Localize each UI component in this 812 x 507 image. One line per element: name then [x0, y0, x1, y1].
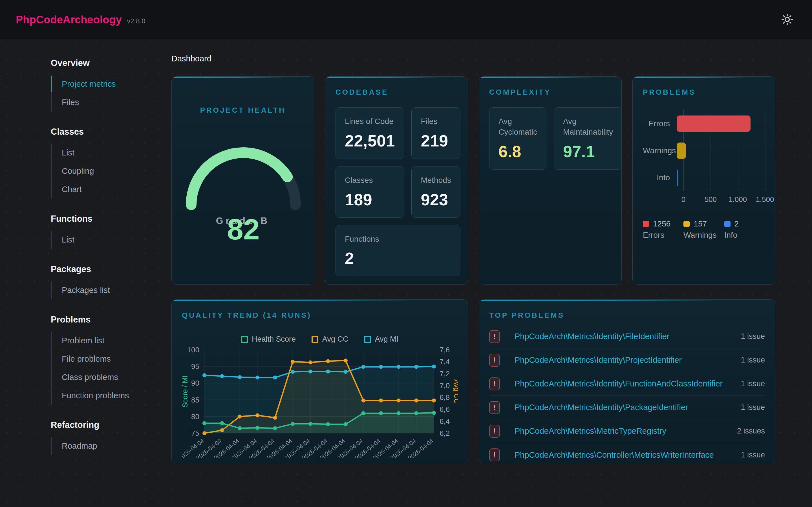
trend-legend-item: Avg MI [364, 335, 399, 344]
data-point [397, 399, 401, 402]
sidebar-item-problem-list[interactable]: Problem list [52, 332, 171, 350]
data-point [414, 411, 418, 415]
legend-swatch [643, 221, 649, 227]
bar-category-label: Warnings [643, 146, 677, 155]
x-tick-label: 1.500 [756, 195, 774, 204]
left-axis-title: Score / MI [182, 376, 189, 407]
sidebar-item-list[interactable]: List [52, 231, 171, 249]
problem-issue-count: 1 issue [741, 332, 765, 341]
problem-link[interactable]: PhpCodeArch\Metrics\Identity\ProjectIden… [515, 355, 735, 365]
problems-axis-ticks: 05001.0001.500 [683, 195, 765, 207]
sidebar-nav-group: Packages list [51, 281, 171, 299]
data-point [291, 360, 295, 363]
stat-tile: Classes189 [336, 166, 404, 218]
data-point [379, 399, 383, 402]
sidebar-nav-group: Project metricsFiles [51, 75, 171, 112]
data-point [308, 360, 312, 364]
trend-legend-swatch [312, 336, 318, 343]
bar-warnings [677, 143, 686, 159]
problem-row[interactable]: !PhpCodeArch\Metrics\Identity\ProjectIde… [489, 348, 765, 372]
right-tick-label: 7,2 [440, 370, 450, 378]
complexity-card: COMPLEXITY Avg Cyclomatic6.8Avg Maintain… [479, 76, 622, 285]
problems-card: PROBLEMS ErrorsWarningsInfo 05001.0001.5… [632, 76, 775, 285]
x-tick-label: 500 [705, 195, 717, 204]
trend-legend-item: Avg CC [312, 335, 349, 344]
sidebar-item-chart[interactable]: Chart [52, 180, 171, 199]
data-point [361, 365, 365, 369]
problem-link[interactable]: PhpCodeArch\Metrics\Identity\PackageIden… [515, 403, 735, 412]
stat-tile: Methods923 [411, 166, 460, 218]
data-point [255, 413, 259, 417]
sidebar-item-project-metrics[interactable]: Project metrics [52, 75, 171, 93]
sidebar-item-packages-list[interactable]: Packages list [52, 281, 171, 299]
data-point [291, 422, 295, 426]
legend-swatch [724, 221, 730, 227]
problem-row[interactable]: !PhpCodeArch\Metrics\Identity\FunctionAn… [489, 372, 765, 396]
sidebar-nav-group: ListCouplingChart [51, 144, 171, 199]
problems-title: PROBLEMS [643, 88, 765, 97]
error-badge-icon: ! [489, 448, 500, 461]
app-version: v2.8.0 [127, 17, 145, 25]
right-tick-label: 6,6 [440, 405, 450, 413]
sidebar-nav-group: Problem listFile problemsClass problemsF… [51, 332, 171, 405]
content: Dashboard PROJECT HEALTH 82 Grade B CODE… [171, 54, 775, 507]
legend-swatch [683, 221, 690, 227]
right-tick-label: 6,8 [440, 393, 450, 402]
health-score-value: 82 [182, 213, 305, 246]
health-gauge-arc [182, 142, 305, 210]
problem-link[interactable]: PhpCodeArch\Metrics\Identity\FileIdentif… [515, 332, 735, 341]
stat-value: 97.1 [563, 142, 613, 161]
data-point [344, 358, 348, 362]
legend-item-top: 1256 [643, 219, 683, 228]
stat-label: Methods [421, 175, 451, 186]
stat-value: 189 [345, 190, 395, 209]
legend-label: Errors [643, 231, 683, 240]
problem-row[interactable]: !PhpCodeArch\Metrics\Identity\PackageIde… [489, 396, 765, 419]
data-point [326, 422, 330, 426]
sidebar-section: ProblemsProblem listFile problemsClass p… [51, 315, 171, 405]
sidebar-section-title: Classes [51, 127, 171, 137]
data-point [344, 422, 348, 426]
legend-item: 2Info [724, 219, 765, 240]
sidebar-item-function-problems[interactable]: Function problems [52, 386, 171, 405]
sidebar-nav-group: List [51, 231, 171, 249]
problem-link[interactable]: PhpCodeArch\Metrics\Controller\MetricsWr… [515, 450, 735, 460]
problem-link[interactable]: PhpCodeArch\Metrics\Identity\FunctionAnd… [515, 379, 735, 388]
sidebar-item-coupling[interactable]: Coupling [52, 162, 171, 180]
stat-tile: Lines of Code22,501 [336, 107, 404, 159]
problem-row[interactable]: !PhpCodeArch\Metrics\Controller\MetricsW… [489, 443, 765, 463]
data-point [326, 359, 330, 363]
sun-icon [781, 22, 794, 26]
trend-legend-label: Avg MI [375, 335, 399, 344]
error-badge-icon: ! [489, 354, 500, 367]
data-point [432, 364, 436, 369]
problem-issue-count: 1 issue [741, 451, 765, 459]
stat-label: Functions [345, 234, 451, 244]
gridline [765, 110, 765, 191]
app-logo: PhpCodeArcheology [16, 14, 122, 25]
sidebar-item-roadmap[interactable]: Roadmap [52, 437, 171, 455]
legend-item: 157Warnings [683, 219, 724, 240]
legend-item: 1256Errors [643, 219, 683, 240]
sidebar-item-files[interactable]: Files [52, 93, 171, 112]
data-point [397, 411, 401, 415]
data-point [238, 375, 242, 379]
left-tick-label: 80 [191, 412, 199, 421]
sidebar-item-file-problems[interactable]: File problems [52, 350, 171, 368]
top-problems-card: TOP PROBLEMS !PhpCodeArch\Metrics\Identi… [479, 299, 775, 463]
sidebar-item-list[interactable]: List [52, 144, 171, 162]
bar-track [677, 143, 765, 159]
data-point [379, 411, 383, 415]
bar-row: Warnings [643, 137, 765, 164]
sidebar-section-title: Refactoring [51, 420, 171, 430]
trend-legend-item: Health Score [241, 335, 296, 344]
problem-row[interactable]: !PhpCodeArch\Metrics\Identity\FileIdenti… [489, 325, 765, 348]
quality-trend-title: QUALITY TREND (14 RUNS) [182, 311, 458, 320]
data-point [432, 411, 436, 415]
problem-link[interactable]: PhpCodeArch\Metrics\MetricTypeRegistry [515, 427, 731, 436]
problem-row[interactable]: !PhpCodeArch\Metrics\MetricTypeRegistry2… [489, 419, 765, 443]
sidebar-item-class-problems[interactable]: Class problems [52, 368, 171, 386]
sidebar-nav-group: Roadmap [51, 437, 171, 455]
left-tick-label: 90 [191, 379, 199, 387]
theme-toggle-button[interactable] [778, 10, 796, 29]
